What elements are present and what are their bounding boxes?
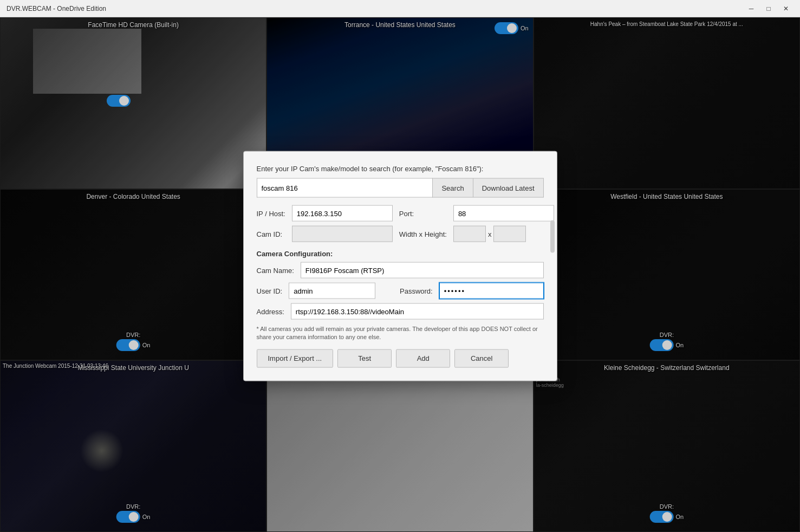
password-label: Password: — [400, 287, 433, 295]
dimension-inputs: x — [453, 226, 554, 242]
x-separator: x — [488, 230, 492, 238]
cam-id-label: Cam ID: — [257, 230, 285, 238]
maximize-button[interactable]: □ — [761, 3, 776, 15]
address-row: Address: — [257, 303, 544, 320]
privacy-note: * All cameras you add will remain as you… — [257, 325, 544, 342]
address-label: Address: — [257, 307, 284, 315]
add-button[interactable]: Add — [396, 349, 450, 367]
user-id-input[interactable] — [289, 283, 375, 299]
search-button[interactable]: Search — [432, 178, 472, 198]
connection-form: IP / Host: Port: Cam ID: Width x Height:… — [257, 205, 544, 242]
password-input[interactable] — [439, 283, 544, 299]
dialog-scrollbar[interactable] — [550, 220, 555, 252]
ip-label: IP / Host: — [257, 209, 285, 217]
minimize-button[interactable]: ─ — [744, 3, 759, 15]
titlebar: DVR.WEBCAM - OneDrive Edition ─ □ ✕ — [0, 0, 800, 17]
width-height-label: Width x Height: — [399, 230, 447, 238]
cancel-button[interactable]: Cancel — [454, 349, 509, 367]
test-button[interactable]: Test — [337, 349, 392, 367]
ip-input[interactable] — [292, 205, 393, 222]
import-export-button[interactable]: Import / Export ... — [257, 349, 334, 367]
address-input[interactable] — [291, 303, 544, 320]
download-latest-button[interactable]: Download Latest — [473, 178, 544, 198]
user-id-label: User ID: — [257, 287, 283, 295]
config-title: Camera Configuration: — [257, 250, 544, 258]
height-input[interactable] — [493, 226, 526, 242]
close-button[interactable]: ✕ — [778, 3, 794, 15]
add-camera-dialog: Enter your IP Cam's make/model to search… — [243, 151, 557, 381]
search-row: Search Download Latest — [257, 178, 544, 198]
dialog-buttons: Import / Export ... Test Add Cancel — [257, 349, 544, 367]
credentials-grid: User ID: Password: — [257, 283, 544, 299]
config-grid: Cam Name: — [257, 262, 544, 278]
search-input[interactable] — [257, 178, 433, 198]
port-label: Port: — [399, 209, 447, 217]
cam-id-input[interactable] — [292, 226, 393, 242]
cam-name-input[interactable] — [301, 262, 544, 278]
width-input[interactable] — [453, 226, 486, 242]
window-controls: ─ □ ✕ — [744, 3, 794, 15]
app-title: DVR.WEBCAM - OneDrive Edition — [6, 5, 744, 12]
port-input[interactable] — [453, 205, 554, 222]
dialog-prompt-text: Enter your IP Cam's make/model to search… — [257, 165, 544, 173]
cam-name-label: Cam Name: — [257, 266, 294, 274]
camera-config-section: Camera Configuration: Cam Name: User ID:… — [257, 250, 544, 320]
